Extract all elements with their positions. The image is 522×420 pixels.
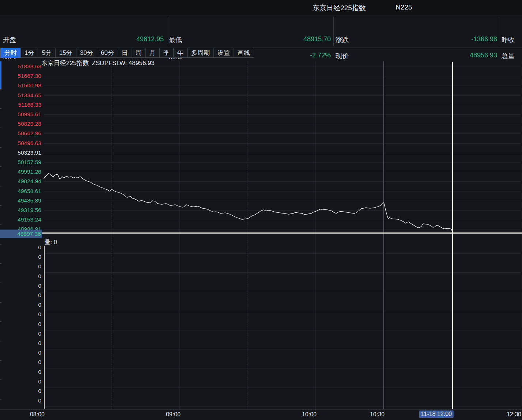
grid-line-h [44,210,521,211]
timeframe-tab-bar: 分时1分5分15分30分60分日周月季年多周期设置画线 [1,48,254,58]
tab-year[interactable]: 年 [173,48,188,58]
volume-axis-label: 0 [0,340,41,347]
price-axis-label: 51168.33 [0,102,41,108]
grid-line-h [44,67,521,67]
left-scrollbar-track[interactable] [0,89,1,409]
volume-axis-label: 0 [0,263,41,270]
tab-60min[interactable]: 60分 [97,48,118,58]
tab-5min[interactable]: 5分 [38,48,55,58]
volume-axis-label: 0 [0,244,41,251]
price-axis-label: 51833.63 [0,63,41,70]
tab-1min[interactable]: 1分 [20,48,38,58]
grid-line-h [44,191,521,192]
price-axis-label: 50496.63 [0,140,41,147]
grid-line-v [383,61,384,409]
instrument-symbol: N225 [396,3,412,11]
tab-fenshi[interactable]: 分时 [0,48,21,58]
indicator-readout: ZSDPFSLW: 48956.93 [92,60,154,67]
grid-line-h [44,292,521,292]
quote-stats-panel: 开盘 49812.95 最低 48915.70 涨跌 -1366.98 昨收 最… [0,15,522,48]
stats-divider [500,17,500,46]
change-value: -1366.98 [369,35,497,43]
price-axis-label: 49658.61 [0,188,41,194]
open-label: 开盘 [3,35,16,44]
tab-month[interactable]: 月 [145,48,160,58]
low-value: 48915.70 [205,35,331,43]
price-axis-label: 50995.61 [0,111,41,118]
grid-line-h [44,181,521,182]
grid-line-v [247,61,248,409]
time-axis-label: 11-18 12:00 [419,410,454,418]
volume-axis-label: 0 [0,273,41,280]
grid-line-h [44,105,521,105]
tab-week[interactable]: 周 [132,48,146,58]
grid-line-h [44,133,521,134]
price-axis-label: 51667.30 [0,73,41,79]
tab-multi-period[interactable]: 多周期 [187,48,214,58]
grid-line-h [44,387,521,388]
tab-quarter[interactable]: 季 [159,48,174,58]
volume-axis-label: 0 [0,378,41,385]
volume-axis-label: 0 [0,330,41,337]
stats-divider [167,17,167,46]
current-time-crosshair [452,62,453,409]
grid-line-h [44,272,521,273]
time-axis-label: 12:30 [507,411,521,418]
price-axis-label: 51500.98 [0,82,41,89]
open-value: 49812.95 [48,35,164,43]
stats-divider [333,17,334,46]
grid-line-h [44,201,521,201]
grid-line-h [44,220,521,220]
grid-line-h [44,124,521,124]
volume-axis-label: 0 [0,302,41,308]
grid-line-h [44,229,521,230]
tab-day[interactable]: 日 [118,48,132,58]
grid-line-h [44,153,521,153]
chart-title: 东京日经225指数 [41,60,89,67]
price-axis-label: 49485.89 [0,197,41,204]
volume-axis-label: 0 [0,369,41,375]
volume-axis-label: 0 [0,397,41,404]
tab-settings[interactable]: 设置 [213,48,234,58]
volume-axis-label: 0 [0,349,41,356]
volume-axis-label: 0 [0,388,41,394]
price-axis-label: 50829.28 [0,121,41,127]
grid-line-h [44,162,521,163]
instrument-name: 东京日经225指数 [313,3,366,13]
grid-line-h [44,172,521,172]
grid-line-h [44,143,521,144]
tab-draw-line[interactable]: 画线 [234,48,254,58]
change-label: 涨跌 [336,35,349,44]
trading-app-window: 东京日经225指数 N225 开盘 49812.95 最低 48915.70 涨… [0,0,522,420]
price-axis-label: 51334.65 [0,92,41,99]
grid-line-v [315,61,315,409]
volume-indicator-label: 量: 0 [45,239,57,246]
time-axis-label: 08:00 [30,411,45,418]
price-axis-label: 49153.24 [0,216,41,223]
left-scrollbar-thumb[interactable] [0,61,1,89]
current-price-line [42,232,522,234]
time-axis-label: 09:00 [166,411,181,418]
grid-line-h [44,406,521,407]
price-axis-label: 49991.26 [0,169,41,175]
grid-line-h [44,114,521,115]
low-label: 最低 [169,35,182,44]
volume-axis-label: 0 [0,254,41,260]
price-axis-label: 49824.94 [0,178,41,185]
volume-axis-line [44,246,45,409]
price-axis-label: 50323.91 [0,150,41,156]
grid-line-h [44,368,521,368]
price-axis-label: 50157.59 [0,159,41,166]
volume-axis-label: 0 [0,311,41,318]
grid-line-h [44,349,521,349]
grid-line-h [44,76,521,76]
chart-region[interactable]: 东京日经225指数ZSDPFSLW: 48956.93 [0,58,522,420]
grid-line-v [111,61,112,409]
tab-30min[interactable]: 30分 [76,48,97,58]
grid-line-h [44,95,521,96]
time-axis-separator [0,409,522,410]
tab-15min[interactable]: 15分 [55,48,76,58]
grid-line-v [521,61,521,409]
grid-line-h [44,330,521,330]
grid-line-h [44,86,521,86]
